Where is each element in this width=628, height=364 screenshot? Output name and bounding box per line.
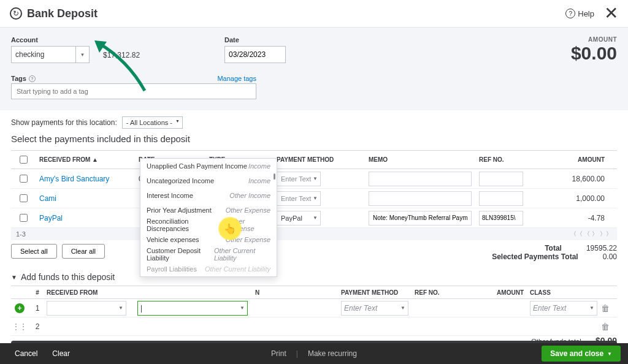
help-button[interactable]: ? Help: [565, 9, 594, 18]
col-received[interactable]: RECEIVED FROM ▲: [36, 156, 139, 163]
payment-method-select[interactable]: Enter Text▼: [341, 301, 408, 316]
date-input[interactable]: [224, 46, 286, 63]
row-checkbox[interactable]: [20, 175, 28, 183]
amount-value: $0.00: [571, 43, 617, 64]
tags-input[interactable]: [11, 83, 256, 99]
funds-row: + 1 ▼ |▼ Enter Text▼ Enter Text▼ 🗑: [11, 299, 617, 317]
trash-icon[interactable]: 🗑: [601, 303, 610, 313]
row-checkbox[interactable]: [20, 194, 28, 202]
payment-method-select[interactable]: PayPal▼: [277, 211, 321, 226]
table-row: Cami Enter Text▼ 1,000.00: [11, 189, 617, 208]
select-all-checkbox[interactable]: [20, 156, 28, 164]
payments-table: RECEIVED FROM ▲ DATE TYPE PAYMENT METHOD…: [11, 150, 617, 240]
tags-label: Tags ?: [11, 75, 36, 82]
date-label: Date: [224, 36, 286, 44]
payment-method-select[interactable]: Enter Text▼: [277, 191, 321, 206]
close-icon[interactable]: ✕: [604, 5, 618, 22]
class-select[interactable]: Enter Text▼: [530, 301, 597, 316]
print-button[interactable]: Print: [267, 349, 290, 358]
location-label: Show payments for this location:: [11, 118, 117, 127]
ref-input[interactable]: [479, 211, 523, 226]
ref-input[interactable]: [479, 172, 523, 186]
table-row: Amy's Bird Sanctuary 03/24/2023 Payment …: [11, 169, 617, 189]
select-all-button[interactable]: Select all: [11, 244, 57, 259]
page-title: Bank Deposit: [27, 7, 98, 20]
account-dropdown-popup: Unapplied Cash Payment IncomeIncome Unca…: [140, 158, 277, 277]
amount-label: AMOUNT: [571, 36, 617, 43]
account-select-active[interactable]: |▼: [137, 301, 248, 316]
col-amount: AMOUNT: [540, 156, 617, 163]
dropdown-item[interactable]: Payroll LiabilitiesOther Current Liabili…: [140, 262, 277, 276]
customer-link[interactable]: Cami: [39, 194, 56, 203]
add-funds-heading[interactable]: ▼ Add funds to this deposit: [11, 272, 617, 282]
table-row: PayPal PayPal▼ -4.78: [11, 208, 617, 228]
customer-link[interactable]: PayPal: [39, 214, 63, 222]
save-and-close-button[interactable]: Save and close▼: [542, 346, 621, 362]
info-icon[interactable]: ?: [29, 75, 36, 82]
help-icon: ?: [565, 9, 575, 18]
recycle-icon: ↻: [10, 7, 22, 20]
col-ref: REF NO.: [479, 156, 540, 163]
make-recurring-button[interactable]: Make recurring: [304, 349, 361, 358]
location-select[interactable]: - All Locations - ▼: [122, 116, 183, 129]
memo-input[interactable]: [369, 172, 472, 186]
account-select[interactable]: checking ▼: [11, 46, 90, 63]
payment-method-select[interactable]: Enter Text▼: [277, 172, 321, 186]
dropdown-item[interactable]: Prior Year AdjustmentOther Expense: [140, 203, 277, 218]
dropdown-item[interactable]: Uncategorized IncomeIncome: [140, 173, 277, 188]
manage-tags-link[interactable]: Manage tags: [217, 75, 256, 82]
customer-link[interactable]: Amy's Bird Sanctuary: [39, 175, 109, 183]
memo-input[interactable]: [369, 191, 472, 206]
account-balance: $17,312.82: [103, 51, 140, 59]
dropdown-item[interactable]: Customer Deposit LiabilityOther Current …: [140, 247, 277, 262]
collapse-icon: ▼: [11, 274, 17, 281]
ref-input[interactable]: [479, 191, 523, 206]
footer-bar: Cancel Clear Print | Make recurring Save…: [0, 343, 628, 364]
funds-row: ⋮⋮ 2 🗑: [11, 317, 617, 336]
payments-heading: Select the payments included in this dep…: [11, 134, 617, 144]
row-checkbox[interactable]: [20, 214, 28, 222]
clear-button[interactable]: Clear: [45, 349, 77, 358]
memo-input[interactable]: [369, 211, 472, 226]
pager-range: 1-3: [16, 230, 26, 238]
dropdown-item[interactable]: Vehicle expensesOther Expense: [140, 232, 277, 247]
dropdown-item[interactable]: Interest IncomeOther Income: [140, 188, 277, 203]
col-payment: PAYMENT METHOD: [277, 156, 369, 163]
chevron-down-icon: ▼: [75, 47, 89, 63]
dropdown-item[interactable]: Reconciliation DiscrepanciesOther Expens…: [140, 218, 277, 232]
received-from-select[interactable]: ▼: [47, 301, 126, 316]
dropdown-item[interactable]: Unapplied Cash Payment IncomeIncome: [140, 159, 277, 173]
clear-all-button[interactable]: Clear all: [62, 244, 105, 259]
trash-icon[interactable]: 🗑: [601, 322, 610, 332]
account-label: Account: [11, 36, 90, 44]
cancel-button[interactable]: Cancel: [7, 349, 45, 358]
add-line-icon[interactable]: +: [15, 303, 25, 313]
pager-arrows[interactable]: 〈〈 〈 〉 〉〉: [570, 230, 612, 238]
col-memo: MEMO: [369, 156, 479, 163]
